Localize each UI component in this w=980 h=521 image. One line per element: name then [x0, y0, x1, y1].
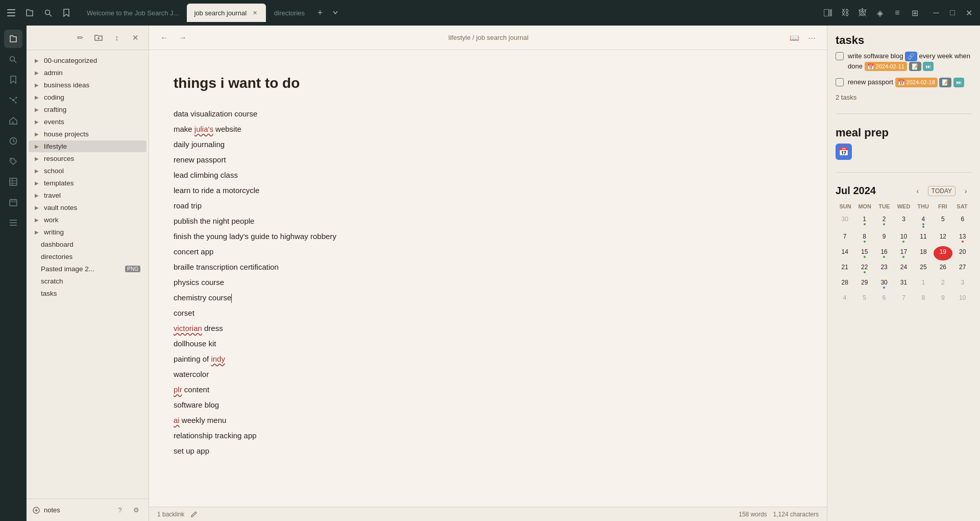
cal-day[interactable]: 5	[934, 214, 952, 230]
tree-item-admin[interactable]: ▶ admin	[29, 67, 146, 79]
tree-item-directories[interactable]: directories	[29, 251, 146, 263]
new-folder-icon[interactable]	[91, 31, 106, 45]
cal-day[interactable]: 21	[836, 262, 854, 276]
tag-icon[interactable]: ◈	[873, 6, 887, 20]
tree-item-house-projects[interactable]: ▶ house projects	[29, 128, 146, 140]
sidebar-item-tags[interactable]	[4, 152, 22, 171]
tree-item-resources[interactable]: ▶ resources	[29, 153, 146, 164]
sidebar-item-list[interactable]	[4, 214, 22, 232]
cal-day[interactable]: 29	[855, 277, 873, 291]
tree-item-school[interactable]: ▶ school	[29, 165, 146, 177]
sidebar-item-calendar[interactable]	[4, 193, 22, 211]
cal-day[interactable]: 31	[894, 277, 913, 291]
tree-item-scratch[interactable]: scratch	[29, 275, 146, 287]
cal-day[interactable]: 4	[836, 292, 854, 306]
tree-item-work[interactable]: ▶ work	[29, 214, 146, 226]
chain-icon[interactable]: ⛓	[838, 6, 852, 20]
settings-icon[interactable]: ⚙	[130, 504, 142, 516]
cal-day[interactable]: 18	[914, 246, 933, 260]
tree-item-uncategorized[interactable]: ▶ 00-uncategorized	[29, 55, 146, 66]
more-options-icon[interactable]: ⋯	[804, 31, 819, 45]
sidebar-item-files[interactable]	[4, 30, 22, 48]
calendar-prev-button[interactable]: ‹	[912, 185, 924, 197]
tree-item-business-ideas[interactable]: ▶ business ideas	[29, 79, 146, 91]
sort-icon[interactable]: ↕	[110, 31, 124, 45]
maximize-button[interactable]: □	[945, 6, 960, 20]
cal-day[interactable]: 1	[914, 277, 933, 291]
sidebar-item-table[interactable]	[4, 173, 22, 191]
cal-day[interactable]: 10	[894, 231, 913, 245]
cal-day[interactable]: 3	[953, 277, 972, 291]
minimize-button[interactable]: ─	[929, 6, 943, 20]
sidebar-item-bookmark[interactable]	[4, 70, 22, 89]
link-victorian[interactable]: victorian	[174, 324, 202, 333]
cal-day[interactable]: 2	[875, 214, 893, 230]
cal-day[interactable]: 17	[894, 246, 913, 260]
cal-day[interactable]: 11	[914, 231, 933, 245]
close-button[interactable]: ✕	[962, 6, 976, 20]
tree-item-writing[interactable]: ▶ writing	[29, 226, 146, 238]
cal-day[interactable]: 6	[953, 214, 972, 230]
tab-dropdown-icon[interactable]	[328, 6, 342, 20]
cal-day[interactable]: 14	[836, 246, 854, 260]
sidebar-item-search[interactable]	[4, 50, 22, 68]
cal-day[interactable]: 26	[934, 262, 952, 276]
tree-item-vault-notes[interactable]: ▶ vault notes	[29, 202, 146, 214]
tree-item-events[interactable]: ▶ events	[29, 116, 146, 128]
cal-day[interactable]: 9	[934, 292, 952, 306]
cal-day-today[interactable]: 19	[934, 246, 952, 260]
cal-day[interactable]: 9	[875, 231, 893, 245]
meal-prep-calendar-icon[interactable]: 📅	[836, 144, 852, 160]
link-ai[interactable]: ai	[174, 416, 180, 424]
tree-item-coding[interactable]: ▶ coding	[29, 91, 146, 103]
bookmark-icon[interactable]	[59, 6, 74, 20]
help-icon[interactable]: ?	[114, 504, 126, 516]
cal-day[interactable]: 3	[894, 214, 913, 230]
close-sidebar-icon[interactable]: ✕	[128, 31, 142, 45]
tree-item-templates[interactable]: ▶ templates	[29, 177, 146, 189]
edit-note-icon[interactable]: ✏	[73, 31, 87, 45]
cal-day[interactable]: 1	[855, 214, 873, 230]
sidebar-toggle-icon[interactable]	[4, 6, 18, 20]
search-icon[interactable]	[41, 6, 55, 20]
forward-button[interactable]: →	[176, 31, 190, 45]
files-icon[interactable]	[22, 6, 37, 20]
sidebar-item-clock[interactable]	[4, 132, 22, 150]
list-icon[interactable]: ≡	[890, 6, 904, 20]
cal-day[interactable]: 16	[875, 246, 893, 260]
cal-day[interactable]: 27	[953, 262, 972, 276]
sidebar-item-home[interactable]	[4, 111, 22, 130]
link-julias[interactable]: julia's	[194, 125, 213, 133]
tab-job-search-journal[interactable]: job search journal ✕	[187, 4, 266, 22]
cal-day[interactable]: 22	[855, 262, 873, 276]
note-content[interactable]: things i want to do data visualization c…	[149, 50, 827, 521]
tree-item-travel[interactable]: ▶ travel	[29, 190, 146, 201]
cal-day[interactable]: 12	[934, 231, 952, 245]
panel-toggle-icon[interactable]	[821, 6, 835, 20]
cal-day[interactable]: 2	[934, 277, 952, 291]
tree-item-pasted-image[interactable]: Pasted image 2... PNG	[29, 263, 146, 275]
cal-day[interactable]: 15	[855, 246, 873, 260]
calendar-next-button[interactable]: ›	[960, 185, 972, 197]
cal-day[interactable]: 8	[855, 231, 873, 245]
tree-item-dashboard[interactable]: dashboard	[29, 239, 146, 250]
sidebar-item-graph[interactable]	[4, 91, 22, 109]
cal-day[interactable]: 5	[855, 292, 873, 306]
reader-view-icon[interactable]: 📖	[787, 31, 801, 45]
link-indy[interactable]: indy	[211, 354, 225, 363]
tree-item-lifestyle[interactable]: ▶ lifestyle	[29, 140, 146, 152]
edit-status-icon[interactable]	[190, 511, 198, 518]
backlinks-status[interactable]: 1 backlink	[157, 511, 184, 518]
cal-day[interactable]: 30	[875, 277, 893, 291]
tab-directories[interactable]: directories	[267, 4, 312, 22]
cal-day[interactable]: 24	[894, 262, 913, 276]
link-plr[interactable]: plr	[174, 385, 182, 394]
cal-day[interactable]: 20	[953, 246, 972, 260]
cal-day[interactable]: 23	[875, 262, 893, 276]
grid-icon[interactable]: ⊞	[908, 6, 922, 20]
cal-day[interactable]: 10	[953, 292, 972, 306]
tree-item-tasks[interactable]: tasks	[29, 288, 146, 299]
back-button[interactable]: ←	[157, 31, 172, 45]
task-checkbox-software-blog[interactable]	[836, 52, 844, 60]
cal-day[interactable]: 25	[914, 262, 933, 276]
